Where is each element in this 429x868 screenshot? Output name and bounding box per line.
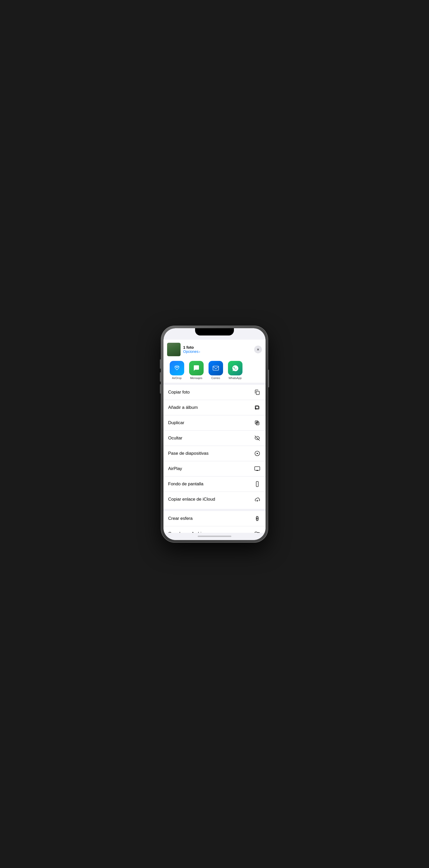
svg-rect-2 [256, 391, 259, 395]
notch [195, 328, 234, 336]
home-indicator [163, 533, 266, 540]
actions-list: Copiar foto Añadir a álbum [163, 385, 266, 533]
apps-row: AirDrop Mensajes [167, 359, 262, 383]
action-pase-diapositivas[interactable]: Pase de diapositivas [163, 446, 266, 461]
app-item-correo[interactable]: Correo [206, 361, 225, 379]
photo-thumbnail [167, 343, 180, 356]
action-duplicar[interactable]: Duplicar [163, 415, 266, 431]
action-fondo-pantalla[interactable]: Fondo de pantalla [163, 476, 266, 492]
mensajes-icon [189, 361, 204, 375]
close-button[interactable]: × [254, 346, 262, 353]
correo-icon [208, 361, 223, 375]
share-header-left: 1 foto Opciones › [167, 343, 200, 356]
share-header: 1 foto Opciones › × [163, 340, 266, 383]
watch-icon [254, 515, 261, 522]
action-ocultar[interactable]: Ocultar [163, 431, 266, 446]
share-photo-count: 1 foto [183, 345, 200, 349]
airdrop-icon [170, 361, 184, 375]
app-item-airdrop[interactable]: AirDrop [167, 361, 187, 379]
svg-point-0 [176, 366, 177, 368]
hide-icon [254, 435, 261, 442]
svg-rect-14 [256, 482, 258, 487]
app-item-whatsapp[interactable]: WhatsApp [225, 361, 245, 379]
section-gap-2 [163, 509, 266, 511]
svg-marker-12 [257, 453, 258, 454]
screen: 1 foto Opciones › × [163, 328, 266, 540]
icloud-link-icon [254, 496, 261, 503]
share-header-top: 1 foto Opciones › × [167, 343, 262, 356]
action-anadir-album[interactable]: Añadir a álbum [163, 400, 266, 415]
section-divider-1 [163, 383, 266, 385]
photo-thumb-inner [167, 343, 180, 356]
app-item-mensajes[interactable]: Mensajes [187, 361, 206, 379]
slideshow-icon [254, 450, 261, 457]
action-group-1: Copiar foto Añadir a álbum [163, 385, 266, 507]
files-icon [254, 530, 261, 533]
chevron-icon: › [199, 350, 200, 353]
wallpaper-icon [254, 480, 261, 488]
phone-inner: 1 foto Opciones › × [163, 328, 266, 540]
svg-rect-1 [213, 366, 219, 370]
action-copiar-enlace-icloud[interactable]: Copiar enlace de iCloud [163, 492, 266, 507]
action-airplay[interactable]: AirPlay [163, 461, 266, 476]
svg-rect-13 [255, 467, 260, 470]
home-bar [198, 536, 231, 537]
action-crear-esfera[interactable]: Crear esfera [163, 511, 266, 526]
share-info: 1 foto Opciones › [183, 345, 200, 353]
mensajes-label: Mensajes [190, 376, 202, 379]
airdrop-label: AirDrop [172, 376, 182, 379]
action-guardar-archivos[interactable]: Guardar en Archivos [163, 526, 266, 533]
airplay-icon [254, 465, 261, 472]
action-copiar-foto[interactable]: Copiar foto [163, 385, 266, 400]
copy-icon [254, 389, 261, 396]
action-group-2: Crear esfera [163, 511, 266, 533]
share-options-link[interactable]: Opciones › [183, 349, 200, 353]
add-album-icon [254, 404, 261, 411]
whatsapp-icon [228, 361, 242, 375]
duplicate-icon [254, 419, 261, 427]
svg-point-21 [257, 518, 258, 519]
phone-frame: 1 foto Opciones › × [161, 326, 268, 542]
correo-label: Correo [211, 376, 220, 379]
whatsapp-label: WhatsApp [229, 376, 242, 379]
